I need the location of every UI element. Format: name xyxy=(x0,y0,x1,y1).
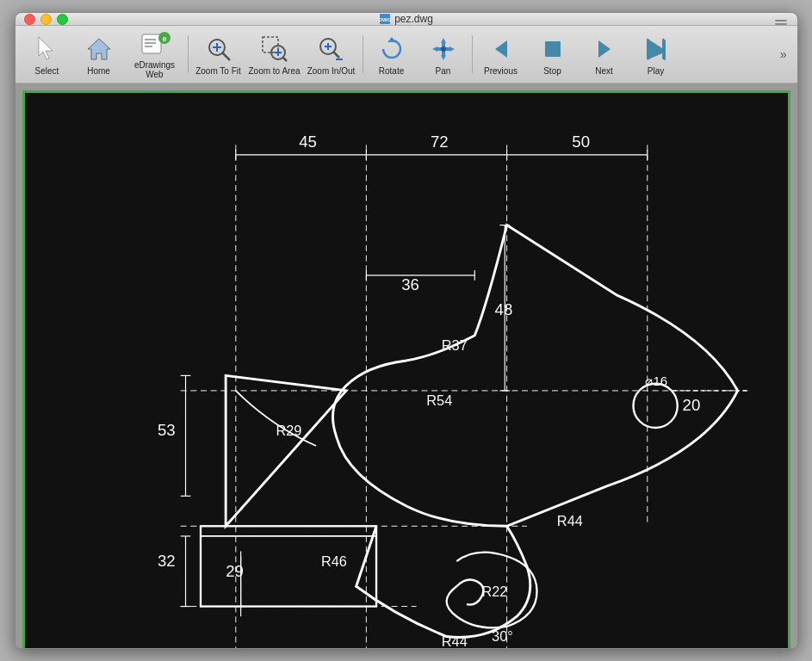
svg-text:45: 45 xyxy=(299,133,317,151)
rotate-button[interactable]: Rotate xyxy=(367,29,417,79)
main-area: 45 72 50 20 53 32 29 xyxy=(15,83,797,649)
rotate-icon xyxy=(376,34,407,65)
zoom-to-area-button[interactable]: Zoom to Area xyxy=(247,29,302,79)
zoom-area-icon xyxy=(259,34,290,65)
svg-text:⌀16: ⌀16 xyxy=(645,374,667,388)
toolbar: Select Home e eD xyxy=(15,26,797,83)
separator-3 xyxy=(472,35,473,73)
svg-rect-37 xyxy=(25,95,788,649)
svg-text:R46: R46 xyxy=(320,553,346,569)
main-window: DWG pez.dwg Select xyxy=(15,12,798,649)
svg-text:53: 53 xyxy=(157,421,175,439)
minimize-button[interactable] xyxy=(40,14,52,25)
pan-icon xyxy=(428,34,459,65)
svg-text:R37: R37 xyxy=(441,337,467,353)
svg-text:DWG: DWG xyxy=(379,17,392,22)
close-button[interactable] xyxy=(24,14,35,25)
home-button[interactable]: Home xyxy=(74,29,124,79)
svg-point-33 xyxy=(441,46,446,52)
svg-text:R54: R54 xyxy=(426,392,452,408)
svg-text:48: 48 xyxy=(494,300,512,318)
svg-marker-5 xyxy=(88,39,110,59)
svg-text:36: 36 xyxy=(401,275,419,293)
dwg-icon: DWG xyxy=(379,13,391,25)
home-label: Home xyxy=(87,66,110,76)
svg-text:20: 20 xyxy=(682,396,700,414)
zoom-fit-icon xyxy=(203,34,234,65)
edrawings-web-button[interactable]: e eDrawings Web xyxy=(126,29,184,79)
next-label: Next xyxy=(595,66,613,76)
svg-rect-3 xyxy=(775,23,787,25)
cursor-icon xyxy=(32,34,63,65)
zoom-inout-icon xyxy=(316,34,347,65)
stop-label: Stop xyxy=(543,66,561,76)
traffic-lights xyxy=(24,14,68,25)
next-icon xyxy=(589,34,620,65)
play-button[interactable]: Play xyxy=(631,29,681,79)
rotate-label: Rotate xyxy=(379,66,404,76)
title-bar: DWG pez.dwg xyxy=(15,13,797,26)
previous-icon xyxy=(486,34,517,65)
separator-2 xyxy=(363,35,363,73)
svg-text:R44: R44 xyxy=(556,513,582,528)
svg-line-18 xyxy=(282,57,287,61)
zoom-to-fit-button[interactable]: Zoom To Fit xyxy=(192,29,245,79)
zoom-to-fit-label: Zoom To Fit xyxy=(195,66,241,76)
play-label: Play xyxy=(648,66,664,76)
next-button[interactable]: Next xyxy=(580,29,629,79)
title-text: DWG pez.dwg xyxy=(379,13,433,25)
svg-rect-6 xyxy=(142,34,161,53)
stop-button[interactable]: Stop xyxy=(528,29,578,79)
svg-marker-4 xyxy=(39,37,53,59)
svg-rect-16 xyxy=(263,37,278,53)
svg-marker-34 xyxy=(495,40,507,58)
select-button[interactable]: Select xyxy=(22,29,72,79)
home-icon xyxy=(84,34,115,65)
svg-text:50: 50 xyxy=(572,133,590,151)
window-title: pez.dwg xyxy=(394,13,433,25)
pan-button[interactable]: Pan xyxy=(418,29,468,79)
zoom-in-out-button[interactable]: Zoom In/Out xyxy=(304,29,359,79)
svg-text:R22: R22 xyxy=(481,584,507,599)
svg-text:72: 72 xyxy=(430,133,448,151)
zoom-to-area-label: Zoom to Area xyxy=(248,66,300,76)
svg-line-13 xyxy=(222,53,230,60)
select-label: Select xyxy=(35,66,59,76)
stop-icon xyxy=(537,34,568,65)
edrawings-icon: e xyxy=(139,29,170,59)
svg-text:32: 32 xyxy=(157,552,175,570)
maximize-button[interactable] xyxy=(57,14,68,25)
play-icon xyxy=(641,34,672,65)
svg-line-22 xyxy=(333,52,339,58)
zoom-in-out-label: Zoom In/Out xyxy=(307,66,356,76)
previous-label: Previous xyxy=(484,66,518,76)
svg-marker-36 xyxy=(598,40,611,58)
resize-button[interactable] xyxy=(775,15,789,23)
canvas-area[interactable]: 45 72 50 20 53 32 29 xyxy=(22,90,790,649)
svg-marker-26 xyxy=(387,37,396,42)
pan-label: Pan xyxy=(436,66,451,76)
svg-rect-2 xyxy=(775,20,787,22)
edrawings-web-label: eDrawings Web xyxy=(126,60,184,79)
svg-rect-35 xyxy=(545,41,561,57)
svg-text:R44: R44 xyxy=(441,633,467,649)
toolbar-expand[interactable]: » xyxy=(777,44,790,65)
drawing-canvas: 45 72 50 20 53 32 29 xyxy=(25,93,788,649)
svg-text:e: e xyxy=(162,34,166,43)
previous-button[interactable]: Previous xyxy=(476,29,526,79)
separator-1 xyxy=(188,35,189,73)
